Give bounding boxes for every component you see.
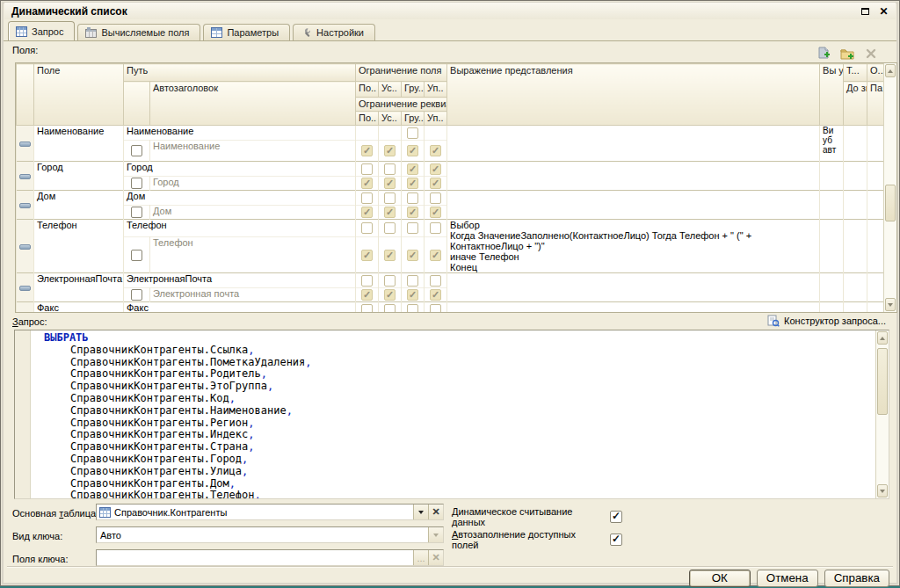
cell-field[interactable]: Дом — [34, 191, 124, 220]
cell-path[interactable]: Факс — [124, 302, 356, 314]
cell-check[interactable] — [402, 141, 425, 162]
row-drag-handle[interactable] — [17, 302, 34, 314]
cell-check[interactable] — [379, 273, 402, 288]
cell-sub-label[interactable]: Дом — [150, 206, 356, 220]
cell-o[interactable] — [867, 162, 885, 191]
col-header-attr-gru[interactable]: Гру.. — [402, 112, 425, 126]
cell-expression[interactable] — [447, 162, 820, 191]
cell-check[interactable] — [356, 177, 379, 191]
cell-field[interactable]: Город — [34, 162, 124, 191]
cell-select[interactable] — [124, 206, 150, 220]
cell-t[interactable] — [844, 273, 867, 302]
close-button[interactable]: ✕ — [877, 5, 890, 18]
cell-expression[interactable] — [447, 126, 820, 162]
cell-field[interactable]: Наименование — [34, 126, 124, 162]
cell-check[interactable] — [425, 162, 447, 177]
scroll-down-button[interactable] — [885, 298, 896, 311]
cell-sub-label[interactable]: Наименование — [150, 141, 356, 162]
col-header-path[interactable]: Путь — [124, 64, 356, 82]
cell-check[interactable] — [425, 302, 447, 314]
add-group-button[interactable] — [839, 46, 855, 61]
col-header-restr-gru[interactable]: Гру.. — [402, 82, 425, 98]
cell-use[interactable] — [820, 162, 844, 191]
cell-check[interactable] — [402, 273, 425, 288]
tab-settings[interactable]: Настройки — [293, 24, 375, 40]
row-drag-handle[interactable] — [17, 273, 34, 302]
cell-check[interactable] — [379, 206, 402, 220]
cell-t[interactable] — [844, 162, 867, 191]
cell-check[interactable] — [425, 177, 447, 191]
cell-check[interactable] — [356, 288, 379, 302]
maximize-button[interactable] — [859, 5, 872, 18]
cell-t[interactable] — [844, 191, 867, 220]
grid-scrollbar[interactable] — [883, 63, 896, 312]
col-header-t[interactable]: Т... — [844, 64, 867, 82]
cell-sub-label[interactable]: Электронная почта — [150, 288, 356, 302]
col-header-t-sub[interactable]: До зна — [844, 82, 867, 126]
cell-check[interactable] — [402, 302, 425, 314]
cell-check[interactable] — [425, 206, 447, 220]
cell-select[interactable] — [124, 288, 150, 302]
cell-check[interactable] — [379, 302, 402, 314]
cell-check[interactable] — [356, 206, 379, 220]
cell-field[interactable]: Факс — [34, 302, 124, 314]
cell-check[interactable] — [356, 162, 379, 177]
col-header-restr-po[interactable]: По.. — [356, 82, 379, 98]
cell-check[interactable] — [356, 236, 379, 272]
row-drag-handle[interactable] — [17, 220, 34, 273]
cell-check[interactable] — [379, 177, 402, 191]
cell-path[interactable]: Дом — [124, 191, 356, 206]
cell-field[interactable]: ЭлектроннаяПочта — [34, 273, 124, 302]
cell-use[interactable] — [820, 273, 844, 302]
key-fields-ellipsis-button[interactable]: ... — [413, 550, 428, 565]
cell-check[interactable] — [402, 206, 425, 220]
cell-select[interactable] — [124, 236, 150, 272]
cell-o[interactable] — [867, 220, 885, 273]
cell-expression[interactable]: Выбор Когда ЗначениеЗаполнено(Контактное… — [447, 220, 820, 273]
cell-check[interactable] — [379, 288, 402, 302]
col-header-field[interactable]: Поле — [34, 64, 124, 126]
cell-check[interactable] — [356, 273, 379, 288]
key-fields-field[interactable]: ... ✕ — [96, 549, 444, 566]
cell-o[interactable] — [867, 191, 885, 220]
col-header-use[interactable]: Вы упо — [820, 64, 844, 126]
tab-query[interactable]: Запрос — [8, 21, 75, 40]
cell-t[interactable] — [844, 220, 867, 273]
help-button[interactable]: Справка — [824, 570, 889, 587]
row-drag-handle[interactable] — [17, 126, 34, 162]
cell-check[interactable] — [402, 236, 425, 272]
cell-sub-label[interactable]: Телефон — [150, 236, 356, 272]
grid-scroll-thumb[interactable] — [885, 185, 896, 221]
col-header-attr-po[interactable]: По.. — [356, 112, 379, 126]
col-header-attr-restriction[interactable]: Ограничение реквиз.. — [356, 98, 447, 112]
add-field-button[interactable] — [816, 46, 831, 61]
cell-check[interactable] — [425, 236, 447, 272]
cell-use[interactable] — [820, 302, 844, 314]
cell-check[interactable] — [356, 126, 379, 141]
cell-check[interactable] — [402, 288, 425, 302]
cell-field[interactable]: Телефон — [34, 220, 124, 273]
cell-check[interactable] — [402, 177, 425, 191]
cell-expression[interactable] — [447, 191, 820, 220]
key-fields-clear-button[interactable]: ✕ — [428, 550, 443, 565]
autofill-checkbox[interactable] — [610, 534, 622, 546]
cell-check[interactable] — [402, 191, 425, 206]
cell-select[interactable] — [124, 141, 150, 162]
cell-check[interactable] — [425, 191, 447, 206]
cell-o[interactable] — [867, 302, 885, 314]
cell-expression[interactable] — [447, 302, 820, 314]
key-kind-dropdown-button[interactable] — [428, 527, 443, 542]
cell-t[interactable] — [844, 126, 867, 162]
cell-check[interactable] — [402, 162, 425, 177]
cell-check[interactable] — [425, 141, 447, 162]
col-header-attr-us[interactable]: Ус.. — [379, 112, 402, 126]
scroll-up-button[interactable] — [885, 64, 896, 77]
cell-check[interactable] — [425, 288, 447, 302]
main-table-field[interactable]: Справочник.Контрагенты ✕ — [96, 504, 444, 520]
cell-check[interactable] — [402, 220, 425, 237]
cell-o[interactable] — [867, 126, 885, 162]
main-table-dropdown-button[interactable] — [413, 505, 428, 519]
col-header-restr-us[interactable]: Ус.. — [379, 82, 402, 98]
ok-button[interactable]: ОК — [689, 570, 751, 587]
cell-check[interactable] — [425, 126, 447, 141]
